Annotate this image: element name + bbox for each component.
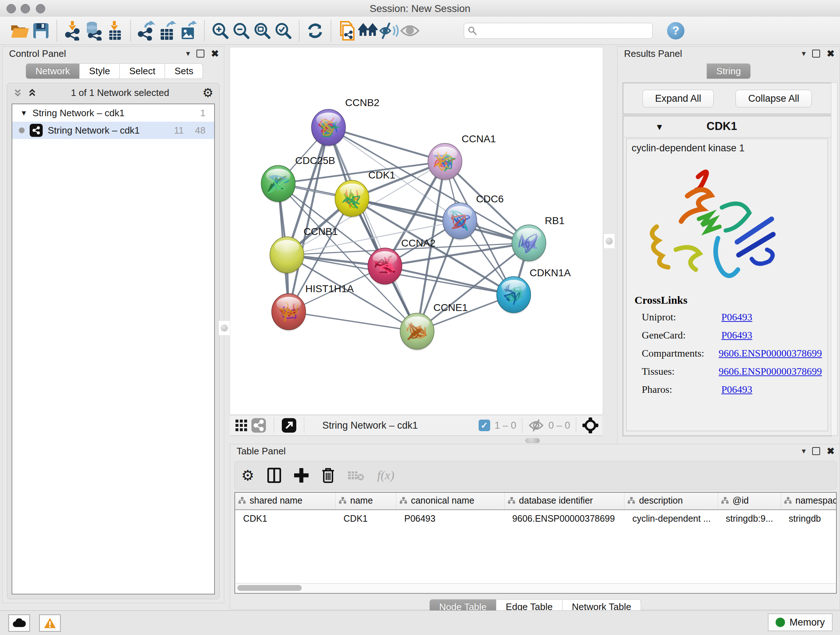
footer-divider (576, 417, 576, 433)
network-status-dot (19, 127, 25, 133)
tab-select[interactable]: Select (120, 63, 165, 79)
node-CDC25B[interactable] (261, 165, 295, 203)
network-canvas[interactable]: CCNB2CCNA1CDC25BCDK1CDC6RB1CCNB1CCNA2CDK… (230, 47, 603, 415)
panel-float-icon[interactable] (812, 50, 820, 57)
database-import-icon (84, 21, 103, 41)
zoom-fit-button[interactable] (252, 19, 273, 42)
panel-float-icon[interactable] (812, 447, 820, 455)
import-network-database-button[interactable] (83, 19, 104, 42)
network-graph[interactable]: CCNB2CCNA1CDC25BCDK1CDC6RB1CCNB1CCNA2CDK… (230, 48, 603, 415)
collapse-triangle-icon[interactable]: ▼ (655, 122, 664, 132)
open-ndex-documents-button[interactable] (336, 19, 357, 42)
warning-icon (43, 617, 57, 629)
column-header--id[interactable]: @id (718, 493, 781, 510)
column-header-name[interactable]: name (336, 493, 396, 510)
protein-card-header[interactable]: ▼ CDK1 (623, 116, 831, 138)
search-input[interactable] (477, 25, 638, 36)
refresh-layout-button[interactable] (305, 19, 325, 42)
crosslink-link[interactable]: P06493 (722, 384, 752, 395)
crosslink-link[interactable]: P06493 (722, 329, 752, 341)
birds-eye-toggle-icon[interactable] (582, 417, 599, 434)
results-scrollbar[interactable] (831, 82, 837, 435)
zoom-selected-button[interactable] (273, 19, 294, 42)
crosslink-link[interactable]: 9606.ENSP00000378699 (719, 348, 822, 359)
memory-button[interactable]: Memory (768, 614, 832, 631)
selected-counts: 1 – 0 (494, 420, 516, 431)
table-row[interactable]: CDK1CDK1P064939606.ENSP00000378699cyclin… (235, 510, 837, 527)
panel-close-icon[interactable]: ✖ (211, 49, 219, 58)
horizontal-splitter-handle[interactable] (525, 438, 540, 443)
edge-CCNB2-CCNA1[interactable] (328, 127, 445, 162)
panel-menu-caret-icon[interactable]: ▾ (802, 50, 806, 57)
open-in-browser-button[interactable] (280, 414, 298, 437)
add-column-icon[interactable] (294, 468, 309, 483)
panel-close-icon[interactable]: ✖ (827, 447, 835, 456)
crosslink-link[interactable]: 9606.ENSP00000378699 (719, 366, 822, 377)
node-CCNB1[interactable] (270, 237, 304, 274)
save-session-button[interactable] (30, 19, 51, 42)
import-table-icon (106, 21, 123, 41)
hide-graphics-details-button[interactable] (378, 19, 399, 42)
export-image-button[interactable] (178, 19, 199, 42)
node-RB1[interactable] (512, 225, 546, 263)
network-tree-child-row[interactable]: String Network – cdk1 11 48 (12, 122, 214, 139)
edge-HIST1H1A-CCNE1[interactable] (289, 312, 417, 331)
tab-network[interactable]: Network (26, 63, 80, 79)
selected-checkbox-icon[interactable]: ✓ (478, 420, 490, 431)
network-overview-button[interactable] (249, 414, 268, 437)
control-panel-tabs: Network Style Select Sets (26, 63, 203, 79)
warning-status-button[interactable] (39, 614, 61, 632)
table-horizontal-scrollbar[interactable] (234, 583, 837, 594)
tab-sets[interactable]: Sets (165, 63, 203, 79)
grid-view-button[interactable] (233, 414, 249, 437)
cloud-status-button[interactable] (8, 614, 30, 632)
delete-column-trash-icon[interactable] (322, 467, 335, 483)
zoom-in-button[interactable] (210, 19, 231, 42)
help-button[interactable]: ? (667, 22, 684, 40)
column-header-database-identifier[interactable]: database identifier (504, 493, 624, 510)
node-HIST1H1A[interactable] (272, 294, 306, 331)
node-CCNE1[interactable] (400, 313, 434, 351)
zoom-out-button[interactable] (231, 19, 252, 42)
homes-button[interactable] (357, 19, 378, 42)
open-session-button[interactable] (9, 19, 30, 42)
crosslink-link[interactable]: P06493 (722, 311, 752, 323)
edge-CDK1-RB1[interactable] (352, 198, 529, 243)
tree-collapse-triangle-icon[interactable]: ▼ (20, 109, 27, 117)
export-table-button[interactable] (157, 19, 178, 42)
column-header-description[interactable]: description (624, 493, 718, 510)
expand-all-chevron-icon[interactable] (27, 87, 38, 98)
panel-menu-caret-icon[interactable]: ▾ (186, 50, 190, 57)
expand-all-button[interactable]: Expand All (643, 90, 714, 108)
node-CDK1[interactable] (335, 180, 369, 218)
collapse-all-chevron-icon[interactable] (12, 87, 23, 98)
table-settings-gear-icon[interactable]: ⚙ (241, 468, 254, 483)
protein-result-card: ▼ CDK1 cyclin-dependent kinase 1 (622, 116, 832, 436)
import-table-button[interactable] (104, 19, 125, 42)
node-CDC6[interactable] (443, 203, 477, 241)
show-columns-icon[interactable] (267, 468, 281, 483)
left-splitter-handle[interactable] (218, 320, 230, 336)
node-CCNA1[interactable] (428, 143, 462, 181)
tab-string-results[interactable]: String (706, 63, 751, 79)
node-CDKN1A[interactable] (497, 277, 531, 314)
tab-style[interactable]: Style (80, 63, 120, 79)
column-header-namespace[interactable]: namespace (781, 493, 837, 510)
column-header-shared-name[interactable]: shared name (235, 493, 336, 510)
network-tree-root-row[interactable]: ▼ String Network – cdk1 1 (12, 104, 214, 122)
zoom-in-icon (211, 22, 229, 40)
gear-icon[interactable]: ⚙ (202, 87, 213, 99)
search-field[interactable] (464, 23, 653, 39)
node-CCNA2[interactable] (368, 248, 402, 286)
panel-menu-caret-icon[interactable]: ▾ (802, 447, 806, 455)
import-network-file-button[interactable] (62, 19, 83, 42)
export-network-button[interactable] (136, 19, 157, 42)
right-splitter-handle[interactable] (603, 233, 615, 249)
collapse-all-button[interactable]: Collapse All (736, 90, 812, 108)
column-header-canonical-name[interactable]: canonical name (396, 493, 504, 510)
node-CCNB2[interactable] (311, 109, 346, 147)
panel-close-icon[interactable]: ✖ (827, 49, 835, 58)
panel-float-icon[interactable] (196, 50, 204, 57)
show-graphics-details-button-disabled[interactable] (399, 19, 420, 42)
scrollbar-thumb[interactable] (237, 585, 302, 591)
